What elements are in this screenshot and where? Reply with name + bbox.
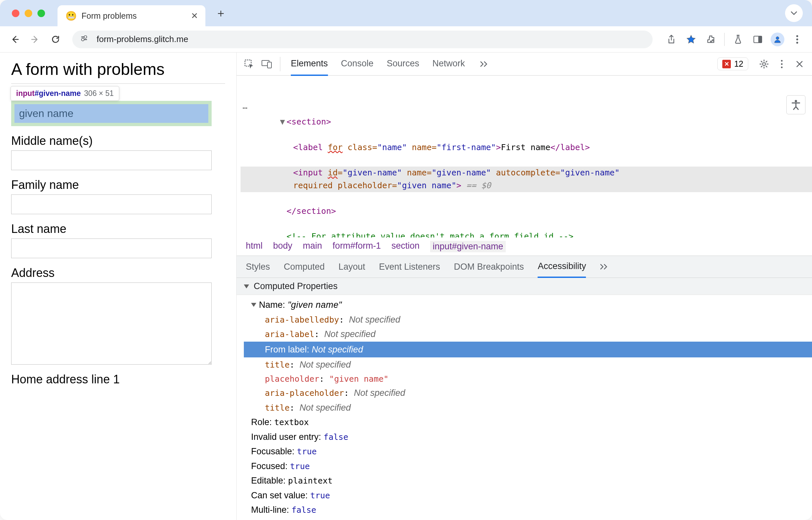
- prop-aria-label[interactable]: aria-label: Not specified: [244, 327, 812, 342]
- prop-placeholder[interactable]: placeholder: "given name": [244, 372, 812, 386]
- tab-strip: 😬 Form problems ✕ ＋: [0, 0, 812, 26]
- tab-sources[interactable]: Sources: [387, 53, 419, 75]
- browser-toolbar: form-problems.glitch.me: [0, 26, 812, 53]
- prop-role[interactable]: Role: textbox: [244, 415, 812, 430]
- settings-gear-icon[interactable]: [756, 56, 772, 72]
- svg-point-13: [763, 62, 766, 66]
- traffic-lights: [12, 9, 45, 17]
- share-icon[interactable]: [662, 30, 680, 48]
- section-computed-properties[interactable]: Computed Properties: [236, 278, 812, 295]
- browser-tab[interactable]: 😬 Form problems ✕: [57, 5, 205, 26]
- window-minimize[interactable]: [25, 9, 32, 17]
- svg-point-16: [781, 67, 783, 68]
- subtab-accessibility[interactable]: Accessibility: [538, 256, 586, 278]
- page-title: A form with problems: [11, 60, 225, 84]
- window-close[interactable]: [12, 9, 19, 17]
- prop-name[interactable]: Name: "given name": [244, 297, 812, 312]
- prop-cansetvalue[interactable]: Can set value: true: [244, 488, 812, 503]
- tab-overflow-button[interactable]: [785, 4, 803, 22]
- home-address-1-label: Home address line 1: [11, 372, 225, 386]
- crumb-html[interactable]: html: [246, 241, 262, 252]
- given-name-input[interactable]: given name: [15, 104, 208, 123]
- svg-point-9: [796, 42, 798, 43]
- subtabs-overflow-icon[interactable]: [600, 263, 610, 270]
- dom-tree[interactable]: ⋯ ▼<section> <label for class="name" nam…: [236, 76, 812, 237]
- expand-icon: [244, 284, 249, 288]
- devtools-close-icon[interactable]: [792, 56, 807, 72]
- menu-kebab-icon[interactable]: [788, 30, 806, 48]
- crumb-main[interactable]: main: [303, 241, 322, 252]
- subtab-dom-breakpoints[interactable]: DOM Breakpoints: [454, 257, 524, 277]
- prop-multiline[interactable]: Multi-line: false: [244, 502, 812, 517]
- url-bar[interactable]: form-problems.glitch.me: [72, 30, 653, 48]
- devtools-panel: Elements Console Sources Network ✕ 12: [236, 53, 812, 520]
- bookmark-star-icon[interactable]: [682, 30, 700, 48]
- forward-button[interactable]: [26, 30, 44, 48]
- prop-focused[interactable]: Focused: true: [244, 459, 812, 474]
- crumb-body[interactable]: body: [273, 241, 293, 252]
- prop-editable[interactable]: Editable: plaintext: [244, 473, 812, 488]
- svg-point-17: [794, 100, 797, 102]
- tab-favicon: 😬: [66, 10, 77, 21]
- prop-aria-placeholder[interactable]: aria-placeholder: Not specified: [244, 386, 812, 400]
- svg-point-7: [796, 35, 798, 37]
- tab-close-icon[interactable]: ✕: [191, 11, 198, 21]
- address-textarea[interactable]: [11, 283, 212, 365]
- reload-button[interactable]: [47, 30, 65, 48]
- svg-point-8: [796, 38, 798, 40]
- last-name-input[interactable]: [11, 238, 212, 258]
- dom-breadcrumb: html body main form#form-1 section input…: [236, 237, 812, 256]
- dom-comment[interactable]: <!-- For attribute value doesn't match a…: [240, 230, 812, 237]
- family-name-label: Family name: [11, 178, 225, 192]
- tab-title: Form problems: [81, 11, 186, 21]
- new-tab-button[interactable]: ＋: [212, 4, 230, 22]
- inspected-input-highlight: given name: [11, 101, 212, 126]
- tab-elements[interactable]: Elements: [291, 53, 328, 76]
- inspect-element-icon[interactable]: [241, 56, 257, 72]
- prop-aria-labelledby[interactable]: aria-labelledby: Not specified: [244, 312, 812, 327]
- subtab-layout[interactable]: Layout: [338, 257, 365, 277]
- svg-point-6: [776, 36, 779, 40]
- device-toggle-icon[interactable]: [259, 56, 275, 72]
- svg-point-3: [81, 38, 84, 41]
- prop-title[interactable]: title: Not specified: [244, 357, 812, 372]
- labs-icon[interactable]: [729, 30, 747, 48]
- svg-point-2: [84, 35, 87, 38]
- middle-name-label: Middle name(s): [11, 134, 225, 148]
- sidepanel-icon[interactable]: [749, 30, 767, 48]
- prop-from-label-selected[interactable]: From label: Not specified: [244, 342, 812, 358]
- crumb-form[interactable]: form#form-1: [333, 241, 381, 252]
- tab-network[interactable]: Network: [432, 53, 465, 75]
- prop-invalid[interactable]: Invalid user entry: false: [244, 430, 812, 444]
- site-settings-icon[interactable]: [81, 35, 91, 43]
- dom-node[interactable]: </section>: [240, 205, 812, 218]
- subtab-computed[interactable]: Computed: [284, 257, 325, 277]
- error-count-badge[interactable]: ✕ 12: [717, 57, 748, 70]
- profile-button[interactable]: [769, 30, 786, 48]
- crumb-input[interactable]: input#given-name: [430, 241, 506, 252]
- middle-name-input[interactable]: [11, 151, 212, 170]
- dom-node-selected[interactable]: <input id="given-name" name="given-name"…: [240, 166, 812, 192]
- collapsed-ellipsis-icon[interactable]: ⋯: [243, 102, 248, 115]
- back-button[interactable]: [6, 30, 24, 48]
- family-name-input[interactable]: [11, 194, 212, 214]
- extensions-icon[interactable]: [702, 30, 720, 48]
- devtools-subtabs: Styles Computed Layout Event Listeners D…: [236, 256, 812, 278]
- subtab-listeners[interactable]: Event Listeners: [379, 257, 440, 277]
- devtools-menu-icon[interactable]: [774, 56, 790, 72]
- error-count: 12: [734, 59, 743, 69]
- accessibility-toggle-icon[interactable]: [786, 95, 806, 114]
- page-content: A form with problems input#given-name 30…: [0, 53, 236, 520]
- crumb-section[interactable]: section: [391, 241, 420, 252]
- window-zoom[interactable]: [37, 9, 45, 17]
- subtab-styles[interactable]: Styles: [246, 257, 270, 277]
- tabs-overflow-icon[interactable]: [477, 56, 492, 72]
- svg-point-14: [781, 60, 783, 61]
- tab-console[interactable]: Console: [341, 53, 374, 75]
- prop-focusable[interactable]: Focusable: true: [244, 444, 812, 459]
- error-icon: ✕: [722, 60, 731, 68]
- devtools-toolbar: Elements Console Sources Network ✕ 12: [236, 53, 812, 76]
- prop-title-2[interactable]: title: Not specified: [244, 400, 812, 415]
- dom-node[interactable]: ▼<section>: [240, 115, 812, 128]
- dom-node[interactable]: <label for class="name" name="first-name…: [240, 141, 812, 154]
